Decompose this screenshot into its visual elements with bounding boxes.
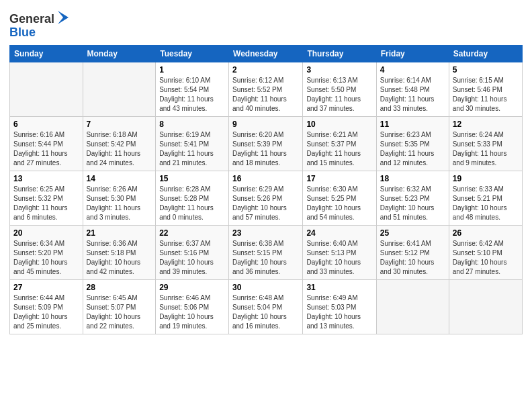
day-info: Sunrise: 6:20 AMSunset: 5:39 PMDaylight:… xyxy=(232,130,299,168)
day-info: Sunrise: 6:21 AMSunset: 5:37 PMDaylight:… xyxy=(306,130,372,168)
calendar-cell: 2Sunrise: 6:12 AMSunset: 5:52 PMDaylight… xyxy=(229,62,303,117)
day-number: 11 xyxy=(380,120,445,129)
day-info: Sunrise: 6:34 AMSunset: 5:20 PMDaylight:… xyxy=(13,239,79,277)
calendar-cell: 6Sunrise: 6:16 AMSunset: 5:44 PMDaylight… xyxy=(10,117,83,171)
day-number: 9 xyxy=(232,120,299,129)
calendar-cell: 15Sunrise: 6:28 AMSunset: 5:28 PMDayligh… xyxy=(156,171,229,226)
calendar-table: SundayMondayTuesdayWednesdayThursdayFrid… xyxy=(9,45,523,334)
day-info: Sunrise: 6:13 AMSunset: 5:50 PMDaylight:… xyxy=(306,76,372,113)
day-info: Sunrise: 6:48 AMSunset: 5:04 PMDaylight:… xyxy=(232,293,299,331)
calendar-cell: 19Sunrise: 6:33 AMSunset: 5:21 PMDayligh… xyxy=(449,171,522,226)
day-number: 21 xyxy=(87,228,152,238)
calendar-cell: 30Sunrise: 6:48 AMSunset: 5:04 PMDayligh… xyxy=(229,280,303,334)
calendar-cell: 9Sunrise: 6:20 AMSunset: 5:39 PMDaylight… xyxy=(229,117,303,171)
week-row-2: 13Sunrise: 6:25 AMSunset: 5:32 PMDayligh… xyxy=(10,171,523,226)
day-number: 17 xyxy=(306,174,372,183)
day-info: Sunrise: 6:14 AMSunset: 5:48 PMDaylight:… xyxy=(380,76,445,113)
calendar-cell: 20Sunrise: 6:34 AMSunset: 5:20 PMDayligh… xyxy=(10,226,83,280)
day-number: 3 xyxy=(306,65,372,75)
page: GeneralBlue SundayMondayTuesdayWednesday… xyxy=(0,0,532,411)
calendar-cell: 16Sunrise: 6:29 AMSunset: 5:26 PMDayligh… xyxy=(229,171,303,226)
weekday-header-tuesday: Tuesday xyxy=(156,46,229,62)
svg-marker-2 xyxy=(58,11,69,24)
day-number: 24 xyxy=(306,228,372,238)
calendar-cell: 17Sunrise: 6:30 AMSunset: 5:25 PMDayligh… xyxy=(303,171,376,226)
day-info: Sunrise: 6:32 AMSunset: 5:23 PMDaylight:… xyxy=(380,185,445,222)
calendar-cell: 8Sunrise: 6:19 AMSunset: 5:41 PMDaylight… xyxy=(156,117,229,171)
day-number: 18 xyxy=(380,174,445,183)
day-info: Sunrise: 6:42 AMSunset: 5:10 PMDaylight:… xyxy=(453,239,519,277)
calendar-cell: 14Sunrise: 6:26 AMSunset: 5:30 PMDayligh… xyxy=(83,171,156,226)
day-info: Sunrise: 6:38 AMSunset: 5:15 PMDaylight:… xyxy=(232,239,299,277)
day-number: 29 xyxy=(159,283,225,292)
day-info: Sunrise: 6:28 AMSunset: 5:28 PMDaylight:… xyxy=(159,185,225,222)
day-number: 1 xyxy=(159,65,225,75)
day-number: 28 xyxy=(87,283,152,292)
day-info: Sunrise: 6:23 AMSunset: 5:35 PMDaylight:… xyxy=(380,130,445,168)
day-info: Sunrise: 6:16 AMSunset: 5:44 PMDaylight:… xyxy=(13,130,79,168)
day-info: Sunrise: 6:33 AMSunset: 5:21 PMDaylight:… xyxy=(453,185,519,222)
day-info: Sunrise: 6:24 AMSunset: 5:33 PMDaylight:… xyxy=(453,130,519,168)
day-number: 25 xyxy=(380,228,445,238)
day-info: Sunrise: 6:15 AMSunset: 5:46 PMDaylight:… xyxy=(453,76,519,113)
calendar-cell xyxy=(83,62,156,117)
calendar-cell: 21Sunrise: 6:36 AMSunset: 5:18 PMDayligh… xyxy=(83,226,156,280)
day-number: 15 xyxy=(159,174,225,183)
day-number: 4 xyxy=(380,65,445,75)
calendar-cell: 11Sunrise: 6:23 AMSunset: 5:35 PMDayligh… xyxy=(376,117,449,171)
calendar-cell: 29Sunrise: 6:46 AMSunset: 5:06 PMDayligh… xyxy=(156,280,229,334)
weekday-header-row: SundayMondayTuesdayWednesdayThursdayFrid… xyxy=(10,46,523,62)
calendar-cell: 27Sunrise: 6:44 AMSunset: 5:09 PMDayligh… xyxy=(10,280,83,334)
calendar-cell: 28Sunrise: 6:45 AMSunset: 5:07 PMDayligh… xyxy=(83,280,156,334)
day-number: 19 xyxy=(453,174,519,183)
svg-text:Blue: Blue xyxy=(9,26,36,39)
day-info: Sunrise: 6:10 AMSunset: 5:54 PMDaylight:… xyxy=(159,76,225,113)
day-number: 31 xyxy=(306,283,372,292)
calendar-cell: 3Sunrise: 6:13 AMSunset: 5:50 PMDaylight… xyxy=(303,62,376,117)
week-row-3: 20Sunrise: 6:34 AMSunset: 5:20 PMDayligh… xyxy=(10,226,523,280)
calendar-cell: 26Sunrise: 6:42 AMSunset: 5:10 PMDayligh… xyxy=(449,226,522,280)
day-info: Sunrise: 6:49 AMSunset: 5:03 PMDaylight:… xyxy=(306,293,372,331)
calendar-cell: 7Sunrise: 6:18 AMSunset: 5:42 PMDaylight… xyxy=(83,117,156,171)
calendar-cell: 4Sunrise: 6:14 AMSunset: 5:48 PMDaylight… xyxy=(376,62,449,117)
weekday-header-thursday: Thursday xyxy=(303,46,376,62)
calendar-cell: 13Sunrise: 6:25 AMSunset: 5:32 PMDayligh… xyxy=(10,171,83,226)
day-info: Sunrise: 6:12 AMSunset: 5:52 PMDaylight:… xyxy=(232,76,299,113)
day-number: 30 xyxy=(232,283,299,292)
calendar-cell: 10Sunrise: 6:21 AMSunset: 5:37 PMDayligh… xyxy=(303,117,376,171)
day-info: Sunrise: 6:45 AMSunset: 5:07 PMDaylight:… xyxy=(87,293,152,331)
weekday-header-sunday: Sunday xyxy=(10,46,83,62)
day-info: Sunrise: 6:44 AMSunset: 5:09 PMDaylight:… xyxy=(13,293,79,331)
weekday-header-monday: Monday xyxy=(83,46,156,62)
calendar-cell: 31Sunrise: 6:49 AMSunset: 5:03 PMDayligh… xyxy=(303,280,376,334)
logo-area: GeneralBlue xyxy=(9,9,70,40)
day-number: 13 xyxy=(13,174,79,183)
day-number: 7 xyxy=(87,120,152,129)
day-number: 26 xyxy=(453,228,519,238)
day-info: Sunrise: 6:40 AMSunset: 5:13 PMDaylight:… xyxy=(306,239,372,277)
day-info: Sunrise: 6:30 AMSunset: 5:25 PMDaylight:… xyxy=(306,185,372,222)
day-number: 6 xyxy=(13,120,79,129)
svg-text:General: General xyxy=(9,12,54,26)
calendar-cell: 18Sunrise: 6:32 AMSunset: 5:23 PMDayligh… xyxy=(376,171,449,226)
day-info: Sunrise: 6:19 AMSunset: 5:41 PMDaylight:… xyxy=(159,130,225,168)
day-info: Sunrise: 6:36 AMSunset: 5:18 PMDaylight:… xyxy=(87,239,152,277)
day-number: 5 xyxy=(453,65,519,75)
calendar-cell: 5Sunrise: 6:15 AMSunset: 5:46 PMDaylight… xyxy=(449,62,522,117)
day-number: 22 xyxy=(159,228,225,238)
calendar-cell: 25Sunrise: 6:41 AMSunset: 5:12 PMDayligh… xyxy=(376,226,449,280)
day-info: Sunrise: 6:29 AMSunset: 5:26 PMDaylight:… xyxy=(232,185,299,222)
day-info: Sunrise: 6:41 AMSunset: 5:12 PMDaylight:… xyxy=(380,239,445,277)
calendar-cell: 22Sunrise: 6:37 AMSunset: 5:16 PMDayligh… xyxy=(156,226,229,280)
calendar-cell xyxy=(376,280,449,334)
day-info: Sunrise: 6:46 AMSunset: 5:06 PMDaylight:… xyxy=(159,293,225,331)
day-info: Sunrise: 6:25 AMSunset: 5:32 PMDaylight:… xyxy=(13,185,79,222)
logo-svg: GeneralBlue xyxy=(9,9,70,40)
day-number: 20 xyxy=(13,228,79,238)
day-number: 27 xyxy=(13,283,79,292)
header: GeneralBlue xyxy=(9,7,523,40)
week-row-4: 27Sunrise: 6:44 AMSunset: 5:09 PMDayligh… xyxy=(10,280,523,334)
weekday-header-wednesday: Wednesday xyxy=(229,46,303,62)
week-row-0: 1Sunrise: 6:10 AMSunset: 5:54 PMDaylight… xyxy=(10,62,523,117)
calendar-cell: 12Sunrise: 6:24 AMSunset: 5:33 PMDayligh… xyxy=(449,117,522,171)
